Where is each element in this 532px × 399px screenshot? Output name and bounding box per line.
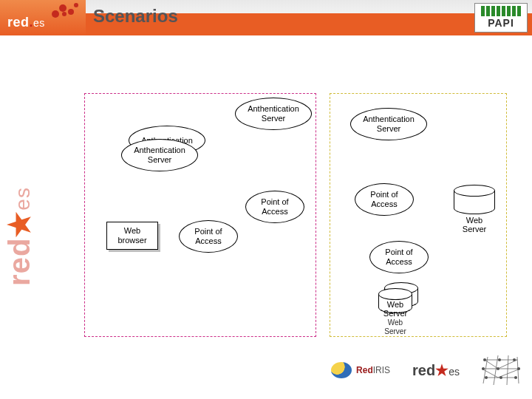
node-poa-left: Point ofAccess (179, 220, 238, 253)
node-auth-right: AnthenticationServer (350, 108, 427, 140)
svg-point-16 (517, 367, 520, 370)
papi-logo: PAPI (474, 3, 528, 33)
svg-point-14 (482, 367, 485, 370)
node-poa-center: Point ofAccess (245, 191, 304, 223)
cylinder-web-server-right-label: WebServer (463, 216, 486, 233)
node-poa-left-label: Point ofAccess (194, 227, 222, 245)
cylinder-stack-front-label: WebServer (384, 318, 406, 335)
papi-label: PAPI (488, 17, 514, 29)
node-web-browser-label: Webbrowser (117, 226, 146, 245)
footer: RedIRIS red★es (0, 341, 532, 399)
page-title: Scenarios (93, 6, 178, 27)
redes-logo-top: red.es (0, 0, 86, 35)
node-poa-center-label: Point ofAccess (261, 197, 288, 216)
svg-point-15 (497, 367, 499, 370)
node-poa-right-upper: Point ofAccess (355, 183, 414, 216)
node-auth-center: AnthenticationServer (235, 98, 312, 130)
redes-dots-icon (52, 1, 84, 18)
diagram-canvas: AnthenticationServer AnthenticationServe… (0, 35, 532, 341)
node-poa-right-upper-label: Point ofAccess (370, 190, 398, 208)
rediris-logo: RedIRIS (331, 362, 390, 378)
node-web-browser: Webbrowser (106, 222, 158, 250)
svg-line-6 (517, 357, 519, 383)
barcode-icon (481, 6, 521, 16)
svg-point-17 (485, 376, 488, 379)
mesh-icon (482, 355, 520, 385)
node-poa-right-lower: Point ofAccess (369, 241, 429, 273)
redes-footer-suffix: es (449, 366, 460, 378)
svg-point-13 (513, 358, 516, 361)
cylinder-stack-label: WebServer WebServer (383, 300, 407, 335)
redes-logo-text-main: red (7, 15, 30, 30)
svg-point-18 (499, 376, 502, 379)
cylinder-web-server-right: WebServer (454, 185, 495, 214)
globe-icon (331, 362, 352, 378)
svg-point-11 (483, 358, 486, 361)
cylinder-stack-back-label: WebServer (383, 300, 407, 318)
cylinder-stack-front: WebServer WebServer (378, 288, 412, 313)
redes-logo-footer: red★es (412, 361, 460, 379)
iris-suffix: IRIS (373, 365, 390, 375)
iris-prefix: Red (356, 365, 373, 375)
node-auth-upper-left-front: AnthenticationServer (121, 139, 198, 171)
redes-logo-text-suffix: es (33, 17, 45, 29)
node-auth-upper-left-front-label: AnthenticationServer (134, 146, 185, 164)
node-poa-right-lower-label: Point ofAccess (385, 248, 412, 266)
svg-point-12 (498, 358, 501, 361)
svg-point-19 (514, 376, 517, 379)
node-auth-right-label: AnthenticationServer (363, 115, 415, 133)
node-auth-center-label: AnthenticationServer (248, 104, 299, 123)
redes-footer-main: red (412, 362, 435, 378)
